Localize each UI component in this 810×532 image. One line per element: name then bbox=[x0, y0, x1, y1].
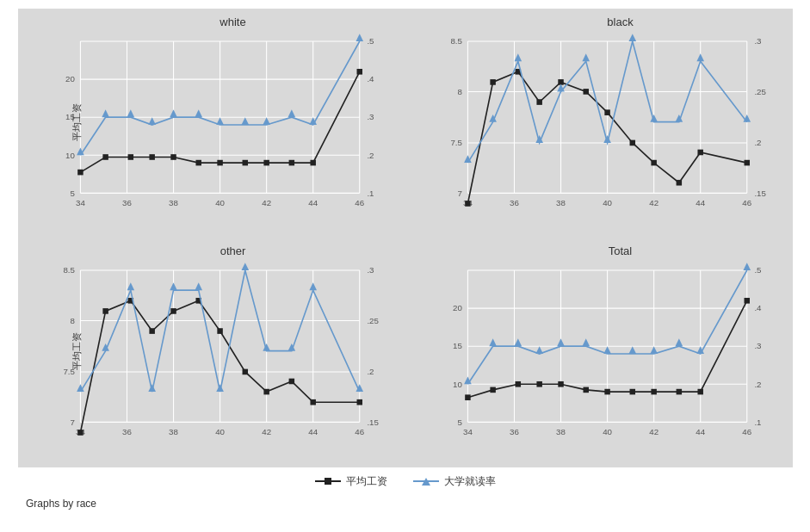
svg-text:7.5: 7.5 bbox=[450, 138, 462, 147]
svg-rect-38 bbox=[310, 160, 315, 166]
svg-text:10: 10 bbox=[65, 150, 75, 159]
chart-black-svg: 7 7.5 8 8.5 .15 .2 .25 .3 34 36 38 40 42… bbox=[440, 32, 784, 212]
svg-text:7: 7 bbox=[70, 418, 74, 427]
svg-rect-32 bbox=[170, 154, 176, 160]
svg-text:.1: .1 bbox=[367, 189, 374, 198]
svg-marker-193 bbox=[489, 339, 497, 347]
svg-rect-191 bbox=[744, 298, 749, 304]
svg-rect-37 bbox=[288, 160, 294, 166]
svg-text:.1: .1 bbox=[754, 418, 761, 427]
svg-rect-36 bbox=[263, 160, 269, 166]
svg-marker-199 bbox=[628, 347, 636, 355]
svg-marker-47 bbox=[241, 117, 249, 125]
svg-text:8.5: 8.5 bbox=[450, 36, 462, 46]
svg-marker-42 bbox=[127, 109, 134, 117]
svg-text:42: 42 bbox=[262, 198, 271, 207]
svg-text:5: 5 bbox=[457, 418, 462, 427]
svg-marker-197 bbox=[582, 339, 590, 347]
svg-text:38: 38 bbox=[556, 427, 566, 436]
svg-rect-185 bbox=[583, 387, 588, 393]
svg-marker-44 bbox=[170, 109, 177, 117]
svg-text:38: 38 bbox=[169, 198, 178, 207]
page-container: white 平均工资 bbox=[0, 0, 810, 532]
svg-text:.2: .2 bbox=[367, 150, 374, 159]
chart-other-title: other bbox=[53, 244, 397, 257]
y-axis-label-white: 平均工资 bbox=[70, 103, 83, 141]
svg-text:7: 7 bbox=[457, 189, 461, 198]
svg-marker-198 bbox=[603, 347, 611, 355]
svg-text:.2: .2 bbox=[754, 138, 761, 147]
svg-rect-128 bbox=[77, 430, 83, 436]
legend-item-wage: 平均工资 bbox=[315, 474, 387, 489]
svg-text:42: 42 bbox=[649, 427, 659, 436]
svg-text:44: 44 bbox=[308, 427, 318, 436]
svg-marker-46 bbox=[216, 117, 224, 125]
svg-text:46: 46 bbox=[742, 427, 751, 436]
svg-rect-33 bbox=[195, 160, 201, 166]
svg-rect-137 bbox=[288, 379, 294, 385]
svg-rect-186 bbox=[604, 389, 609, 395]
svg-rect-183 bbox=[536, 381, 541, 387]
chart-total: Total 5 10 15 bbox=[405, 238, 793, 467]
svg-marker-49 bbox=[288, 109, 295, 117]
svg-marker-146 bbox=[216, 385, 224, 393]
svg-rect-135 bbox=[242, 369, 247, 375]
chart-white: white 平均工资 bbox=[18, 9, 405, 238]
svg-text:8: 8 bbox=[457, 87, 462, 96]
svg-rect-81 bbox=[536, 99, 541, 105]
bottom-note: Graphs by race bbox=[26, 498, 96, 510]
svg-text:.4: .4 bbox=[367, 74, 374, 84]
svg-text:42: 42 bbox=[262, 427, 271, 436]
svg-rect-136 bbox=[263, 389, 269, 395]
svg-text:.3: .3 bbox=[367, 266, 374, 275]
svg-rect-188 bbox=[651, 389, 656, 395]
svg-rect-29 bbox=[102, 154, 108, 160]
svg-text:15: 15 bbox=[453, 342, 462, 351]
svg-marker-98 bbox=[650, 114, 658, 122]
svg-rect-129 bbox=[102, 308, 108, 314]
svg-marker-201 bbox=[675, 339, 683, 347]
svg-text:.3: .3 bbox=[754, 36, 762, 46]
svg-text:36: 36 bbox=[122, 198, 132, 207]
svg-text:20: 20 bbox=[453, 304, 462, 313]
svg-rect-83 bbox=[583, 89, 588, 95]
svg-text:.3: .3 bbox=[367, 112, 374, 121]
chart-total-svg: 5 10 15 20 .1 .2 .3 .4 .5 34 36 38 40 42… bbox=[440, 261, 784, 441]
svg-text:.15: .15 bbox=[754, 189, 766, 198]
svg-text:5: 5 bbox=[70, 189, 75, 198]
svg-text:34: 34 bbox=[76, 198, 85, 207]
svg-text:.5: .5 bbox=[754, 266, 762, 275]
svg-rect-181 bbox=[490, 387, 495, 393]
svg-marker-97 bbox=[628, 34, 636, 41]
legend-label-college: 大学就读率 bbox=[444, 474, 496, 489]
svg-text:44: 44 bbox=[696, 198, 705, 207]
svg-marker-43 bbox=[148, 117, 156, 125]
svg-marker-196 bbox=[557, 339, 565, 347]
svg-text:40: 40 bbox=[603, 198, 612, 207]
svg-text:44: 44 bbox=[308, 198, 318, 207]
svg-rect-35 bbox=[242, 160, 247, 166]
charts-grid: white 平均工资 bbox=[18, 9, 793, 448]
svg-text:36: 36 bbox=[510, 427, 519, 436]
chart-total-title: Total bbox=[440, 244, 784, 257]
svg-rect-131 bbox=[149, 329, 154, 335]
svg-text:46: 46 bbox=[742, 198, 751, 207]
svg-marker-194 bbox=[514, 339, 522, 347]
svg-marker-51 bbox=[356, 34, 363, 41]
svg-rect-85 bbox=[629, 140, 634, 146]
chart-black-area: 7 7.5 8 8.5 .15 .2 .25 .3 34 36 38 40 42… bbox=[440, 32, 784, 212]
svg-text:.15: .15 bbox=[367, 418, 379, 427]
chart-white-svg: 5 10 15 20 .1 .2 .3 .4 .5 34 36 38 40 42 bbox=[53, 32, 397, 212]
svg-marker-195 bbox=[535, 347, 543, 355]
svg-rect-139 bbox=[356, 399, 362, 405]
svg-rect-180 bbox=[465, 395, 470, 401]
svg-text:.2: .2 bbox=[367, 368, 374, 377]
svg-marker-203 bbox=[743, 263, 751, 271]
legend-item-college: 大学就读率 bbox=[413, 474, 496, 489]
svg-text:.5: .5 bbox=[367, 36, 374, 46]
svg-marker-41 bbox=[102, 109, 109, 117]
svg-marker-200 bbox=[650, 347, 658, 355]
svg-text:46: 46 bbox=[355, 198, 364, 207]
legend-marker-wage bbox=[325, 478, 331, 485]
svg-rect-189 bbox=[676, 389, 681, 395]
